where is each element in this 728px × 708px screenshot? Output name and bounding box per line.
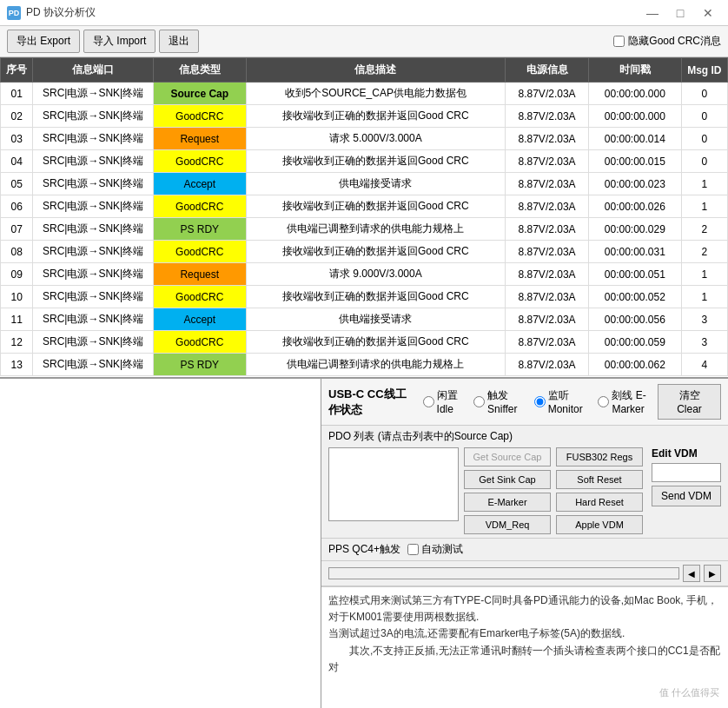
maximize-button[interactable]: □	[667, 4, 693, 22]
table-row[interactable]: 12SRC|电源→SNK|终端GoodCRC接收端收到正确的数据并返回Good …	[1, 331, 728, 354]
table-row[interactable]: 06SRC|电源→SNK|终端GoodCRC接收端收到正确的数据并返回Good …	[1, 195, 728, 218]
fusb302-regs-button[interactable]: FUSB302 Regs	[556, 447, 643, 466]
get-sink-cap-button[interactable]: Get Sink Cap	[464, 470, 551, 489]
title-bar: PD PD 协议分析仪 — □ ✕	[0, 0, 728, 26]
apple-vdm-button[interactable]: Apple VDM	[556, 515, 643, 534]
table-row[interactable]: 13SRC|电源→SNK|终端PS RDY供电端已调整到请求的供电能力规格上8.…	[1, 354, 728, 376]
pdo-label: PDO 列表 (请点击列表中的Source Cap)	[328, 429, 721, 444]
pps-label: PPS QC4+触发	[328, 542, 400, 557]
pdo-area: PDO 列表 (请点击列表中的Source Cap) Get Source Ca…	[321, 426, 728, 539]
close-button[interactable]: ✕	[695, 4, 721, 22]
main-content: 序号 信息端口 信息类型 信息描述 电源信息 时间戳 Msg ID 01SRC|…	[0, 57, 728, 708]
pdo-content: Get Source Cap Get Sink Cap E-Marker VDM…	[328, 447, 721, 534]
vdm-input[interactable]	[652, 463, 721, 482]
pdo-list[interactable]	[328, 447, 459, 521]
pdo-right-section: Get Source Cap Get Sink Cap E-Marker VDM…	[464, 447, 721, 534]
hard-reset-button[interactable]: Hard Reset	[556, 493, 643, 512]
table-row[interactable]: 07SRC|电源→SNK|终端PS RDY供电端已调整到请求的供电能力规格上8.…	[1, 218, 728, 241]
vdm-req-button[interactable]: VDM_Req	[464, 515, 551, 534]
cc-status-bar: USB-C CC线工作状态 闲置 Idle 触发 Sniffer 监听 Moni…	[321, 379, 728, 426]
vdm-area: Edit VDM Send VDM	[652, 447, 721, 534]
progress-area: ◀ ▶	[321, 561, 728, 586]
progress-prev-button[interactable]: ◀	[683, 565, 700, 582]
app-icon: PD	[7, 6, 21, 20]
auto-test: 自动测试	[407, 542, 463, 557]
mode-emarker[interactable]: 刻线 E-Marker	[598, 388, 658, 415]
send-vdm-button[interactable]: Send VDM	[652, 486, 721, 506]
radio-idle[interactable]	[423, 396, 434, 407]
table-row[interactable]: 05SRC|电源→SNK|终端Accept供电端接受请求8.87V/2.03A0…	[1, 173, 728, 195]
exit-button[interactable]: 退出	[159, 30, 199, 53]
app-title: PD 协议分析仪	[26, 5, 96, 20]
table-row[interactable]: 02SRC|电源→SNK|终端GoodCRC接收端收到正确的数据并返回Good …	[1, 105, 728, 128]
table-row[interactable]: 01SRC|电源→SNK|终端Source Cap收到5个SOURCE_CAP供…	[1, 83, 728, 105]
control-area: USB-C CC线工作状态 闲置 Idle 触发 Sniffer 监听 Moni…	[321, 379, 728, 708]
table-row[interactable]: 09SRC|电源→SNK|终端Request请求 9.000V/3.000A8.…	[1, 263, 728, 286]
hide-crc-label[interactable]: 隐藏Good CRC消息	[628, 34, 721, 49]
radio-sniffer[interactable]	[473, 396, 485, 407]
menu-bar: 导出 Export 导入 Import 退出 隐藏Good CRC消息	[0, 26, 728, 57]
vdm-label: Edit VDM	[652, 447, 721, 460]
progress-bar	[328, 567, 679, 579]
soft-reset-button[interactable]: Soft Reset	[556, 470, 643, 489]
export-button[interactable]: 导出 Export	[7, 30, 80, 53]
auto-test-label: 自动测试	[421, 542, 463, 557]
auto-test-checkbox[interactable]	[407, 544, 419, 555]
radio-emarker[interactable]	[598, 396, 609, 407]
table-row[interactable]: 11SRC|电源→SNK|终端Accept供电端接受请求8.87V/2.03A0…	[1, 308, 728, 331]
col-header-seq: 序号	[1, 58, 33, 83]
col-header-port: 信息端口	[33, 58, 154, 83]
emarker-button[interactable]: E-Marker	[464, 493, 551, 512]
import-button[interactable]: 导入 Import	[83, 30, 156, 53]
pdo-buttons-col1: Get Source Cap Get Sink Cap E-Marker VDM…	[464, 447, 551, 534]
mode-sniffer[interactable]: 触发 Sniffer	[473, 388, 524, 415]
pdo-buttons-col2: FUSB302 Regs Soft Reset Hard Reset Apple…	[556, 447, 643, 534]
mode-radio-group: 闲置 Idle 触发 Sniffer 监听 Monitor 刻线 E-Marke…	[423, 388, 658, 415]
minimize-button[interactable]: —	[639, 4, 665, 22]
table-row[interactable]: 08SRC|电源→SNK|终端GoodCRC接收端收到正确的数据并返回Good …	[1, 241, 728, 263]
col-header-msg: Msg ID	[681, 58, 727, 83]
mode-idle[interactable]: 闲置 Idle	[423, 388, 463, 415]
table-row[interactable]: 10SRC|电源→SNK|终端GoodCRC接收端收到正确的数据并返回Good …	[1, 286, 728, 308]
progress-nav: ◀ ▶	[683, 565, 721, 582]
get-source-cap-button[interactable]: Get Source Cap	[464, 447, 551, 466]
cc-status-label: USB-C CC线工作状态	[328, 387, 414, 418]
table-row[interactable]: 04SRC|电源→SNK|终端GoodCRC接收端收到正确的数据并返回Good …	[1, 150, 728, 173]
mode-monitor[interactable]: 监听 Monitor	[534, 388, 588, 415]
col-header-desc: 信息描述	[246, 58, 506, 83]
bottom-panel: USB-C CC线工作状态 闲置 Idle 触发 Sniffer 监听 Moni…	[0, 379, 728, 708]
window-controls: — □ ✕	[639, 4, 721, 22]
col-header-power: 电源信息	[506, 58, 589, 83]
radio-monitor[interactable]	[534, 396, 546, 407]
col-header-time: 时间戳	[589, 58, 682, 83]
pps-area: PPS QC4+触发 自动测试	[321, 539, 728, 561]
message-table: 序号 信息端口 信息类型 信息描述 电源信息 时间戳 Msg ID 01SRC|…	[0, 57, 728, 376]
log-text: 监控模式用来测试第三方有TYPE-C同时具备PD通讯能力的设备,如Mac Boo…	[328, 592, 721, 676]
message-table-area[interactable]: 序号 信息端口 信息类型 信息描述 电源信息 时间戳 Msg ID 01SRC|…	[0, 57, 728, 379]
progress-next-button[interactable]: ▶	[704, 565, 721, 582]
log-area: 监控模式用来测试第三方有TYPE-C同时具备PD通讯能力的设备,如Mac Boo…	[321, 586, 728, 708]
table-row[interactable]: 03SRC|电源→SNK|终端Request请求 5.000V/3.000A8.…	[1, 128, 728, 150]
hide-crc-checkbox[interactable]	[613, 36, 625, 47]
clear-button[interactable]: 清空 Clear	[658, 384, 721, 420]
waveform-area	[0, 379, 321, 708]
col-header-type: 信息类型	[153, 58, 246, 83]
